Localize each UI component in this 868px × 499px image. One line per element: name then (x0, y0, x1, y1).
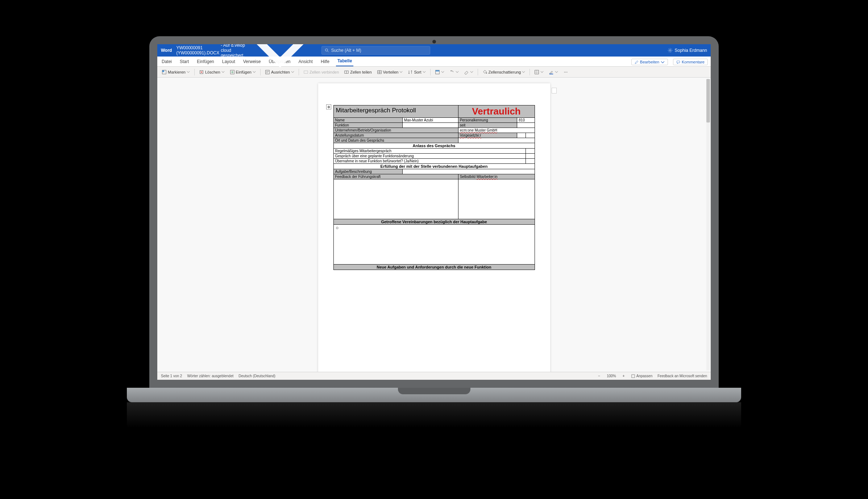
seit-value[interactable] (517, 123, 535, 128)
user-menu[interactable]: Sophia Erdmann (668, 48, 707, 53)
zoom-level[interactable]: 100% (607, 374, 616, 378)
word-count[interactable]: Wörter zählen: ausgeblendet (187, 374, 233, 378)
ortdatum-label[interactable]: Ort und Datum des Gesprächs (333, 138, 458, 143)
table-anchor-icon[interactable]: ✥ (326, 104, 331, 109)
doc-filename: YW00000091 (YW00000091).DOCX (176, 45, 219, 55)
selbstbild-label[interactable]: Selbstbild Selbstbild Mitarbeiter:inMita… (458, 174, 535, 179)
eraser-icon (464, 70, 469, 75)
zoom-out-button[interactable]: − (597, 374, 602, 378)
confidential-cell[interactable]: Vertraulich (458, 105, 535, 118)
doc-title-cell[interactable]: Mitarbeitergespräch Protokoll (333, 105, 458, 118)
svg-point-23 (486, 72, 487, 74)
svg-point-30 (567, 72, 568, 72)
comments-button[interactable]: Kommentare (673, 59, 708, 65)
zellen-teilen-button[interactable]: Zellen teilen (342, 69, 373, 75)
tab-tabelle[interactable]: Tabelle (336, 56, 353, 66)
org-value[interactable]: ecm:one Muster GmbH (458, 128, 535, 133)
undo-button[interactable] (448, 69, 460, 75)
fit-button[interactable]: Anpassen (631, 374, 652, 378)
document-table[interactable]: Mitarbeitergespräch Protokoll Vertraulic… (333, 105, 535, 270)
svg-rect-5 (162, 70, 164, 72)
section-neue-aufgaben[interactable]: Neue Aufgaben und Anforderungen durch di… (333, 265, 535, 270)
table-style-button[interactable] (433, 69, 446, 75)
vorgesetzter-value1[interactable] (517, 133, 526, 138)
feedback-label[interactable]: Feedback der Führungskraft (333, 174, 458, 179)
feedback-link[interactable]: Feedback an Microsoft senden (657, 374, 707, 378)
aufgabe-value[interactable] (402, 169, 535, 174)
personalnr-value[interactable]: 810 (517, 118, 535, 123)
personalnr-label[interactable]: Personalkennung (458, 118, 517, 123)
comment-icon (676, 60, 680, 64)
borders-icon (534, 70, 539, 75)
fit-icon (631, 374, 635, 378)
borders-button[interactable] (533, 69, 545, 75)
search-icon (325, 48, 329, 53)
aufgabe-label[interactable]: Aufgabe/Beschreibung (333, 169, 402, 174)
verteilen-button[interactable]: Verteilen (375, 69, 404, 75)
anlass-row-1[interactable]: Regelmäßiges Mitarbeitergespräch (333, 149, 526, 154)
vorgesetzter-value2[interactable] (526, 133, 535, 138)
vorgesetzter-label[interactable]: Vorgesetzte:r (458, 133, 517, 138)
chevron-down-icon (399, 70, 403, 74)
anstellung-label[interactable]: Anstellungsdatum (333, 133, 458, 138)
anlass-check-3[interactable] (526, 159, 535, 164)
app-window: Word YW00000091 (YW00000091).DOCX - Auf … (157, 44, 711, 380)
seit-label[interactable]: seit (458, 123, 517, 128)
scrollbar-track[interactable] (706, 79, 710, 370)
section-anlass[interactable]: Anlass des Gesprächs (333, 143, 535, 149)
user-name: Sophia Erdmann (675, 48, 707, 53)
vereinbarungen-area[interactable]: ○ (333, 225, 535, 265)
settings-icon (668, 48, 673, 53)
name-value[interactable]: Max-Muster Azubi (402, 118, 458, 123)
funktion-value[interactable] (402, 123, 458, 128)
chevron-down-icon (555, 70, 558, 74)
funktion-label[interactable]: Funktion (333, 123, 402, 128)
fill-icon (482, 70, 487, 75)
document-title[interactable]: YW00000091 (YW00000091).DOCX - Auf d.vel… (176, 44, 310, 81)
svg-point-29 (566, 72, 566, 72)
reflection (127, 402, 741, 428)
sort-icon (408, 70, 413, 75)
anlass-row-2[interactable]: Gespräch über eine geplante Funktionsänd… (333, 154, 526, 159)
tab-hilfe[interactable]: Hilfe (319, 57, 331, 66)
ortdatum-value[interactable] (458, 138, 535, 143)
chevron-down-icon (423, 70, 426, 74)
selbstbild-area[interactable] (458, 179, 535, 219)
tab-datei[interactable]: Datei (160, 57, 173, 66)
search-input[interactable]: Suche (Alt + M) (321, 46, 430, 55)
document-canvas[interactable]: ✥ Mitarbeitergespräch Protokoll Vertraul… (157, 78, 711, 372)
page[interactable]: ✥ Mitarbeitergespräch Protokoll Vertraul… (318, 83, 550, 372)
doc-save-status: - Auf d.velop cloud gespeichert. (221, 44, 248, 58)
feedback-area[interactable] (333, 179, 458, 219)
org-label[interactable]: Unternehmen/Betrieb/Organisation (333, 128, 458, 133)
pen-color-button[interactable] (547, 69, 560, 75)
svg-point-28 (564, 72, 565, 72)
sort-button[interactable]: Sort (406, 69, 427, 75)
chevron-down-icon (522, 70, 525, 74)
laptop-notch (398, 388, 470, 394)
name-label[interactable]: Name (333, 118, 402, 123)
comments-label: Kommentare (682, 60, 705, 64)
pen-icon (549, 70, 554, 75)
anlass-row-3[interactable]: Übernahme in neue Funktion befürwortet? … (333, 159, 526, 164)
language-indicator[interactable]: Deutsch (Deutschland) (238, 374, 275, 378)
chevron-down-icon (540, 70, 544, 74)
more-button[interactable] (562, 69, 570, 75)
svg-point-2 (669, 50, 670, 51)
section-erfuellung[interactable]: Erfüllung der mit der Stelle verbundenen… (333, 164, 535, 169)
edit-button[interactable]: Bearbeiten (631, 59, 668, 65)
zoom-in-button[interactable]: + (621, 374, 626, 378)
scrollbar-thumb[interactable] (706, 79, 710, 122)
section-vereinbarungen[interactable]: Getroffene Vereinbarungen bezüglich der … (333, 219, 535, 225)
svg-rect-27 (549, 74, 553, 74)
search-placeholder: Suche (Alt + M) (331, 48, 361, 53)
zellenschattierung-button[interactable]: Zellenschattierung (481, 69, 527, 75)
select-icon (162, 70, 167, 75)
anlass-check-2[interactable] (526, 154, 535, 159)
edit-label: Bearbeiten (640, 60, 659, 64)
page-indicator[interactable]: Seite 1 von 2 (161, 374, 182, 378)
anlass-check-1[interactable] (526, 149, 535, 154)
eraser-button[interactable] (462, 69, 475, 75)
svg-rect-22 (435, 70, 439, 71)
app-name: Word (161, 48, 172, 53)
